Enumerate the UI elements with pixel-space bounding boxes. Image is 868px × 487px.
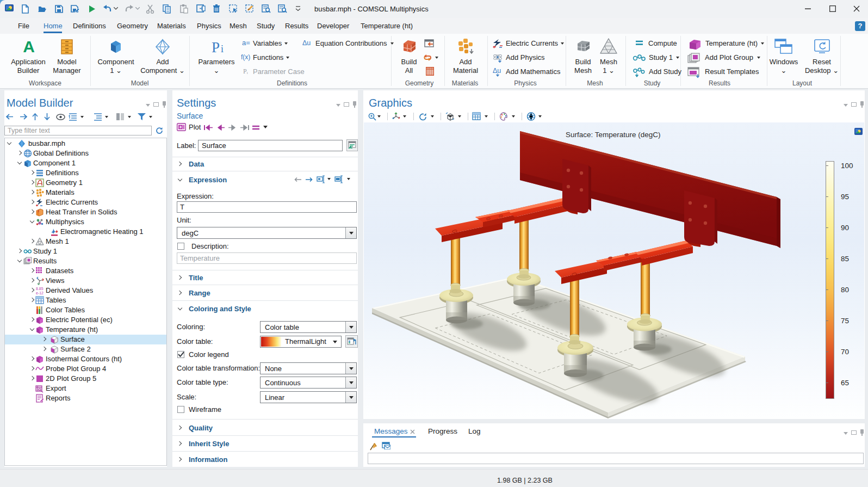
svg-text:8.85: 8.85 [36, 287, 44, 291]
svg-text:Δu: Δu [302, 39, 311, 47]
svg-text:f(x): f(x) [241, 53, 250, 61]
svg-text:a=: a= [242, 39, 250, 47]
svg-text:P: P [212, 39, 220, 56]
svg-text:e-12: e-12 [36, 291, 44, 295]
svg-text:i: i [221, 44, 224, 54]
svg-text:Δu: Δu [493, 67, 501, 75]
svg-text:A: A [23, 38, 35, 56]
svg-text:Pᵢ: Pᵢ [243, 67, 248, 75]
